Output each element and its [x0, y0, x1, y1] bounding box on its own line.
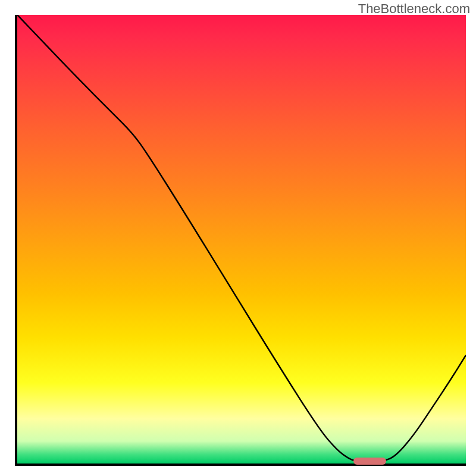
- bottleneck-curve: [17, 15, 466, 462]
- curve-layer: [17, 15, 466, 464]
- plot-area: [15, 15, 466, 466]
- watermark-text: TheBottleneck.com: [358, 1, 470, 17]
- optimal-range-marker: [353, 458, 386, 465]
